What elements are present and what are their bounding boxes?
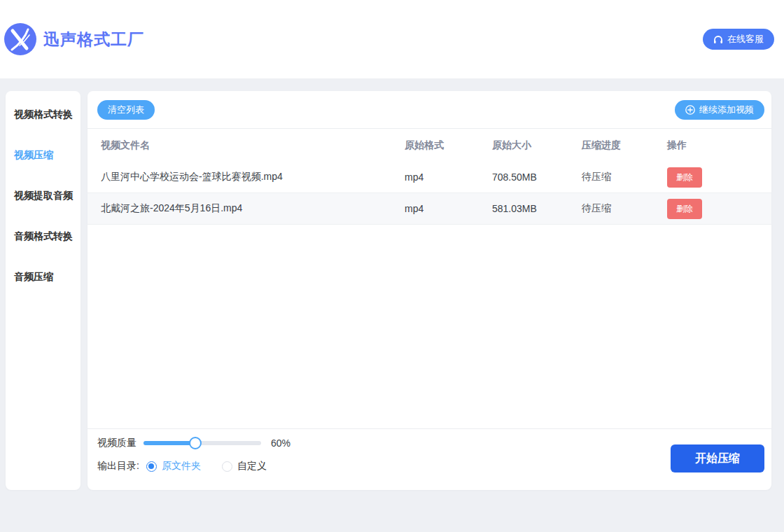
- clear-list-label: 清空列表: [108, 104, 144, 116]
- page-body: 视频格式转换 视频压缩 视频提取音频 音频格式转换 音频压缩 清空列表: [0, 78, 784, 532]
- delete-button[interactable]: 删除: [667, 167, 702, 188]
- app-header: 迅声格式工厂 在线客服: [0, 0, 784, 78]
- column-header-format: 原始格式: [405, 139, 492, 152]
- toolbar: 清空列表 继续添加视频: [88, 91, 771, 128]
- add-videos-label: 继续添加视频: [699, 104, 754, 116]
- output-row: 输出目录: 原文件夹 自定义: [97, 460, 290, 472]
- quality-row: 视频质量 60%: [97, 437, 290, 449]
- radio-custom-folder-label: 自定义: [237, 460, 267, 472]
- sidebar-item-label: 视频压缩: [14, 149, 53, 162]
- column-header-filename: 视频文件名: [101, 139, 405, 152]
- logo-wrap: 迅声格式工厂: [4, 23, 144, 55]
- clear-list-button[interactable]: 清空列表: [97, 100, 155, 120]
- sidebar-item-audio-format-convert[interactable]: 音频格式转换: [6, 216, 80, 257]
- sidebar-item-label: 音频压缩: [14, 271, 53, 284]
- add-circle-icon: [685, 105, 695, 115]
- sidebar-item-audio-compress[interactable]: 音频压缩: [6, 257, 80, 298]
- sidebar-item-label: 音频格式转换: [14, 230, 73, 243]
- column-header-size: 原始大小: [492, 139, 582, 152]
- radio-selected-icon: [146, 461, 157, 472]
- quality-value: 60%: [271, 438, 290, 449]
- sidebar-item-label: 视频格式转换: [14, 108, 73, 121]
- cell-format: mp4: [405, 203, 492, 214]
- radio-unselected-icon: [222, 461, 232, 472]
- radio-custom-folder[interactable]: 自定义: [222, 460, 267, 472]
- add-videos-button[interactable]: 继续添加视频: [675, 100, 764, 120]
- sidebar-item-video-compress[interactable]: 视频压缩: [6, 135, 80, 176]
- column-header-progress: 压缩进度: [582, 139, 667, 152]
- radio-original-folder-label: 原文件夹: [162, 460, 201, 472]
- cell-size: 581.03MB: [492, 203, 582, 214]
- quality-label: 视频质量: [97, 437, 136, 449]
- sidebar: 视频格式转换 视频压缩 视频提取音频 音频格式转换 音频压缩: [6, 91, 80, 490]
- sidebar-item-video-extract-audio[interactable]: 视频提取音频: [6, 176, 80, 216]
- table-header: 视频文件名 原始格式 原始大小 压缩进度 操作: [88, 129, 771, 162]
- column-header-action: 操作: [667, 139, 758, 152]
- online-support-button[interactable]: 在线客服: [703, 29, 774, 50]
- quality-slider[interactable]: [144, 441, 261, 445]
- cell-status: 待压缩: [582, 202, 667, 215]
- main-panel: 清空列表 继续添加视频 视频文件名 原始格式 原始大小 压缩进度 操作 八里河中…: [88, 91, 771, 490]
- sidebar-item-video-format-convert[interactable]: 视频格式转换: [6, 94, 80, 135]
- cell-status: 待压缩: [582, 171, 667, 183]
- delete-button[interactable]: 删除: [667, 199, 702, 219]
- cell-filename: 八里河中心学校运动会-篮球比赛视频.mp4: [101, 171, 405, 183]
- start-compress-button[interactable]: 开始压缩: [671, 444, 764, 472]
- radio-original-folder[interactable]: 原文件夹: [146, 460, 201, 472]
- table-row: 北戴河之旅-2024年5月16日.mp4 mp4 581.03MB 待压缩 删除: [88, 193, 771, 225]
- cell-size: 708.50MB: [492, 172, 582, 183]
- settings-area: 视频质量 60% 输出目录: 原文件夹 自定义: [88, 429, 771, 490]
- online-support-label: 在线客服: [727, 33, 764, 46]
- headset-icon: [713, 35, 723, 44]
- page-title: 迅声格式工厂: [43, 29, 144, 50]
- table-row: 八里河中心学校运动会-篮球比赛视频.mp4 mp4 708.50MB 待压缩 删…: [88, 162, 771, 193]
- sidebar-item-label: 视频提取音频: [14, 190, 73, 202]
- quality-slider-fill: [144, 441, 195, 445]
- app-logo-icon: [4, 23, 36, 55]
- cell-format: mp4: [405, 172, 492, 183]
- quality-slider-handle[interactable]: [189, 437, 202, 449]
- output-dir-label: 输出目录:: [97, 460, 139, 472]
- cell-filename: 北戴河之旅-2024年5月16日.mp4: [101, 202, 405, 215]
